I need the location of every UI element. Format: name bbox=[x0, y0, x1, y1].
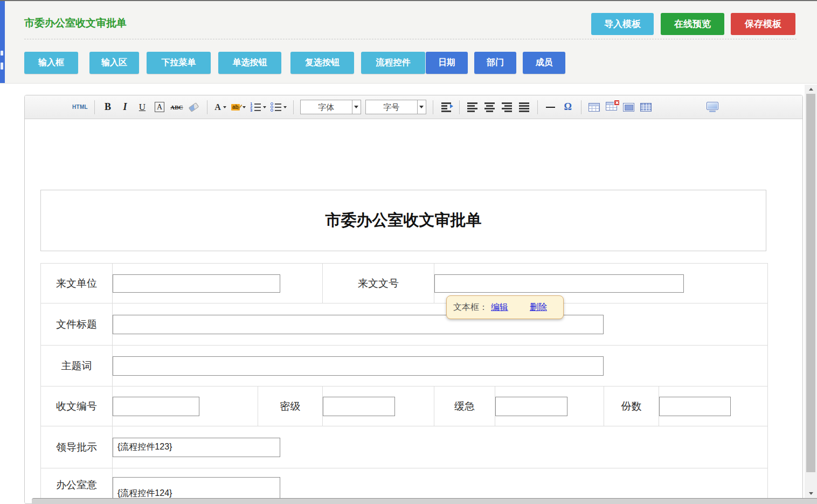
table-grid-icon bbox=[640, 103, 652, 112]
align-left-button[interactable] bbox=[466, 99, 479, 115]
toolbar-divider bbox=[293, 100, 294, 114]
bottom-edge bbox=[32, 498, 817, 504]
table-icon bbox=[588, 103, 600, 112]
incoming-unit-input[interactable] bbox=[113, 274, 280, 293]
tooltip-label: 文本框： bbox=[453, 302, 488, 313]
align-center-icon bbox=[484, 102, 495, 112]
align-justify-button[interactable] bbox=[518, 99, 531, 115]
ordered-list-icon bbox=[250, 103, 261, 112]
caret-down-icon bbox=[263, 106, 266, 108]
left-edge-strip bbox=[0, 1, 5, 83]
insert-table-button[interactable] bbox=[588, 99, 601, 115]
toolbar-divider bbox=[537, 100, 538, 114]
highlight-color-button[interactable]: ab bbox=[231, 99, 246, 115]
boxed-a-icon: A bbox=[155, 102, 164, 113]
scroll-up-button[interactable] bbox=[805, 85, 817, 94]
cell-frame-icon bbox=[623, 103, 634, 112]
scrollbar-thumb[interactable] bbox=[806, 94, 815, 472]
toolbox-flow-control-button[interactable]: 流程控件 bbox=[361, 52, 425, 74]
toolbox-textarea-button[interactable]: 输入区 bbox=[89, 52, 139, 74]
field-label-incoming-number: 来文文号 bbox=[323, 264, 434, 303]
urgency-input[interactable] bbox=[495, 397, 567, 416]
secrecy-input[interactable] bbox=[323, 397, 395, 416]
left-strip-mark bbox=[1, 51, 3, 56]
editor-canvas[interactable]: 市委办公室收文审批单 来文单位 来文文号 文件标题 主题词 bbox=[25, 119, 802, 503]
indent-icon bbox=[441, 102, 451, 112]
import-template-button[interactable]: 导入模板 bbox=[591, 13, 654, 35]
toolbar-divider bbox=[94, 100, 95, 114]
underline-button[interactable]: U bbox=[136, 99, 149, 115]
align-center-button[interactable] bbox=[483, 99, 496, 115]
monitor-icon bbox=[707, 102, 718, 112]
incoming-number-input[interactable] bbox=[434, 274, 684, 293]
editor-toolbar: HTML B I U A ABC A ab bbox=[25, 95, 802, 119]
source-code-button[interactable]: HTML bbox=[72, 99, 88, 115]
bold-button[interactable]: B bbox=[101, 99, 114, 115]
caret-down-icon bbox=[243, 106, 246, 108]
font-color-button[interactable]: A bbox=[214, 99, 227, 115]
arrow-down-icon bbox=[809, 492, 813, 495]
toolbar-divider bbox=[207, 100, 207, 114]
toolbox-checkbox-button[interactable]: 复选按钮 bbox=[290, 52, 354, 74]
table-properties-button[interactable] bbox=[640, 99, 653, 115]
table-delete-icon bbox=[606, 102, 617, 113]
field-label-leader-remarks: 领导批示 bbox=[41, 426, 113, 468]
cell-properties-button[interactable] bbox=[622, 99, 635, 115]
toolbar-divider bbox=[433, 100, 433, 114]
form-template-designer: 市委办公室收文审批单 导入模板 在线预览 保存模板 输入框 输入区 下拉菜单 单… bbox=[0, 0, 817, 504]
font-family-select[interactable]: 字体 bbox=[300, 100, 361, 114]
indent-button[interactable] bbox=[440, 99, 453, 115]
toolbox-department-button[interactable]: 部门 bbox=[474, 52, 516, 74]
subject-words-input[interactable] bbox=[113, 356, 604, 376]
horizontal-rule-icon bbox=[546, 107, 555, 108]
preview-online-button[interactable]: 在线预览 bbox=[661, 13, 724, 35]
field-label-doc-title: 文件标题 bbox=[41, 303, 113, 346]
delete-table-button[interactable] bbox=[605, 99, 618, 115]
font-size-select[interactable]: 字号 bbox=[365, 100, 426, 114]
left-strip-mark bbox=[1, 63, 3, 70]
fullscreen-button[interactable] bbox=[657, 99, 718, 115]
strikethrough-button[interactable]: ABC bbox=[170, 99, 183, 115]
unordered-list-icon bbox=[271, 103, 281, 112]
copies-input[interactable] bbox=[659, 397, 731, 416]
delete-link[interactable]: 删除 bbox=[530, 302, 547, 313]
ordered-list-button[interactable] bbox=[250, 99, 266, 115]
font-family-value: 字体 bbox=[301, 100, 352, 114]
window-top-edge bbox=[0, 0, 817, 1]
special-character-button[interactable]: Ω bbox=[562, 99, 574, 115]
italic-button[interactable]: I bbox=[119, 99, 131, 115]
vertical-scrollbar[interactable] bbox=[805, 85, 817, 498]
remove-format-button[interactable] bbox=[188, 99, 200, 115]
table-row: 来文单位 来文文号 bbox=[41, 264, 768, 303]
edit-link[interactable]: 编辑 bbox=[491, 302, 508, 313]
toolbox-radio-button[interactable]: 单选按钮 bbox=[218, 52, 281, 74]
field-label-urgency: 缓急 bbox=[434, 386, 495, 426]
field-label-subject-words: 主题词 bbox=[41, 346, 113, 386]
rich-text-editor: HTML B I U A ABC A ab bbox=[24, 95, 803, 504]
caret-down-icon bbox=[223, 106, 226, 108]
page-title: 市委办公室收文审批单 bbox=[24, 16, 127, 30]
horizontal-rule-button[interactable] bbox=[544, 99, 557, 115]
control-tooltip: 文本框： 编辑 删除 bbox=[446, 295, 564, 319]
unordered-list-button[interactable] bbox=[271, 99, 287, 115]
scroll-down-button[interactable] bbox=[805, 489, 817, 498]
leader-remarks-control[interactable] bbox=[113, 438, 280, 457]
header: 市委办公室收文审批单 导入模板 在线预览 保存模板 输入框 输入区 下拉菜单 单… bbox=[0, 1, 817, 84]
toolbox-member-button[interactable]: 成员 bbox=[523, 52, 565, 74]
table-row: 主题词 bbox=[41, 346, 768, 386]
save-template-button[interactable]: 保存模板 bbox=[731, 13, 795, 35]
char-border-button[interactable]: A bbox=[153, 99, 166, 115]
table-row: 领导批示 bbox=[41, 426, 768, 468]
align-right-icon bbox=[502, 102, 512, 112]
red-x-icon bbox=[614, 100, 620, 106]
align-right-button[interactable] bbox=[501, 99, 514, 115]
field-label-receipt-number: 收文编号 bbox=[41, 386, 113, 426]
caret-down-icon bbox=[417, 100, 426, 114]
toolbox-input-box-button[interactable]: 输入框 bbox=[24, 52, 78, 74]
receipt-number-input[interactable] bbox=[113, 397, 199, 416]
caret-down-icon bbox=[352, 100, 361, 114]
font-color-icon: A bbox=[214, 103, 221, 112]
field-label-copies: 份数 bbox=[604, 386, 659, 426]
toolbox-dropdown-button[interactable]: 下拉菜单 bbox=[147, 52, 211, 74]
toolbox-date-button[interactable]: 日期 bbox=[426, 52, 468, 74]
